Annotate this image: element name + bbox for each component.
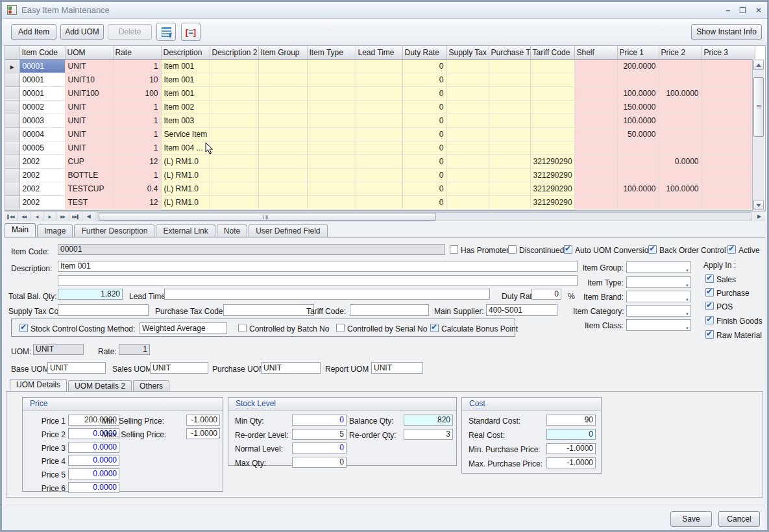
grid-cell[interactable] xyxy=(210,100,258,114)
grid-cell[interactable]: 2002 xyxy=(19,182,65,195)
grid-cell[interactable] xyxy=(702,100,755,114)
discontinued-checkbox[interactable]: ✔ xyxy=(508,245,517,254)
report-button[interactable]: [≡] xyxy=(181,23,201,41)
grid-cell[interactable]: 10 xyxy=(113,73,161,86)
grid-cell[interactable] xyxy=(210,154,258,168)
stock-right-field[interactable]: 820 xyxy=(404,415,453,426)
grid-cell[interactable] xyxy=(307,59,356,73)
tab-image[interactable]: Image xyxy=(37,224,73,237)
apply-sales-checkbox[interactable]: ✔ xyxy=(705,274,714,283)
column-header-description-2[interactable]: Description 2 xyxy=(210,46,258,59)
grid-cell[interactable]: 00001 xyxy=(19,59,65,73)
cost-field[interactable]: 90 xyxy=(546,415,596,426)
grid-cell[interactable]: 1 xyxy=(113,59,161,73)
grid-cell[interactable]: TEST xyxy=(65,195,113,209)
item-category-dropdown[interactable]: ▼ xyxy=(626,305,691,317)
grid-cell[interactable]: 0 xyxy=(402,195,446,209)
description2-field[interactable] xyxy=(58,275,578,286)
grid-cell[interactable] xyxy=(659,59,702,73)
row-indicator[interactable] xyxy=(5,154,19,168)
grid-cell[interactable]: (L) RM1.0 xyxy=(161,195,210,209)
column-header-price-2[interactable]: Price 2 xyxy=(659,46,702,59)
grid-cell[interactable] xyxy=(307,182,356,195)
row-indicator[interactable] xyxy=(5,168,19,182)
close-icon[interactable]: ✕ xyxy=(755,6,762,15)
grid-cell[interactable] xyxy=(446,154,489,168)
apply-purchase-checkbox[interactable]: ✔ xyxy=(705,288,714,296)
column-header-description[interactable]: Description xyxy=(161,46,210,59)
apply-finish-goods-checkbox[interactable]: ✔ xyxy=(705,316,714,324)
column-header-rate[interactable]: Rate xyxy=(113,46,161,59)
column-header-lead-time[interactable]: Lead Time xyxy=(356,46,402,59)
active-checkbox[interactable]: ✔ xyxy=(727,245,736,254)
grid-cell[interactable] xyxy=(659,114,702,127)
grid-cell[interactable]: Item 001 xyxy=(161,59,210,73)
grid-cell[interactable] xyxy=(356,195,402,209)
item-type-dropdown[interactable]: ▼ xyxy=(626,276,691,288)
tab-further-description[interactable]: Further Description xyxy=(74,224,154,237)
grid-cell[interactable]: 0 xyxy=(402,182,446,195)
grid-cell[interactable] xyxy=(574,127,617,141)
stock-control-checkbox[interactable]: ✔ xyxy=(19,324,28,332)
grid-cell[interactable] xyxy=(446,86,489,100)
grid-cell[interactable] xyxy=(617,141,659,154)
grid-cell[interactable]: BOTTLE xyxy=(65,168,113,182)
grid-cell[interactable] xyxy=(307,100,356,114)
grid-cell[interactable]: 0 xyxy=(402,154,446,168)
horizontal-scroll-thumb[interactable] xyxy=(99,213,436,221)
column-header-purchase-t[interactable]: Purchase T... xyxy=(489,46,530,59)
grid-cell[interactable]: 1 xyxy=(113,114,161,127)
grid-cell[interactable]: (L) RM1.0 xyxy=(161,154,210,168)
grid-cell[interactable]: 0 xyxy=(402,59,446,73)
cost-field[interactable]: -1.0000 xyxy=(546,457,596,468)
grid-cell[interactable] xyxy=(356,100,402,114)
grid-vertical-scrollbar[interactable] xyxy=(752,59,764,211)
row-indicator[interactable] xyxy=(5,73,19,86)
grid-cell[interactable]: 0 xyxy=(402,168,446,182)
grid-cell[interactable] xyxy=(307,73,356,86)
grid-cell[interactable] xyxy=(446,73,489,86)
grid-cell[interactable] xyxy=(702,86,755,100)
nav-next-icon[interactable]: ▶ xyxy=(43,212,56,221)
column-header-duty-rate[interactable]: Duty Rate xyxy=(402,46,446,59)
grid-cell[interactable] xyxy=(659,100,702,114)
grid-cell[interactable] xyxy=(702,127,755,141)
grid-cell[interactable]: UNIT xyxy=(65,100,113,114)
column-header-supply-tax[interactable]: Supply Tax ... xyxy=(446,46,489,59)
apply-raw-material-checkbox[interactable]: ✔ xyxy=(705,330,714,339)
base-uom-dropdown[interactable]: UNIT xyxy=(47,362,106,374)
grid-cell[interactable] xyxy=(530,86,574,100)
grid-cell[interactable] xyxy=(356,73,402,86)
selling-price-field[interactable]: -1.0000 xyxy=(186,428,220,439)
grid-cell[interactable] xyxy=(258,114,307,127)
grid-cell[interactable]: 321290290 xyxy=(530,195,574,209)
grid-cell[interactable]: 100.0000 xyxy=(659,86,702,100)
grid-cell[interactable] xyxy=(356,168,402,182)
price-field[interactable]: 0.0000 xyxy=(68,468,119,479)
grid-cell[interactable]: 0 xyxy=(402,141,446,154)
grid-cell[interactable]: Item 001 xyxy=(161,86,210,100)
grid-cell[interactable] xyxy=(702,114,755,127)
grid-cell[interactable] xyxy=(702,154,755,168)
grid-cell[interactable] xyxy=(446,59,489,73)
column-header-item-group[interactable]: Item Group xyxy=(258,46,307,59)
grid-cell[interactable] xyxy=(574,168,617,182)
row-indicator[interactable] xyxy=(5,195,19,209)
grid-cell[interactable]: 2002 xyxy=(19,195,65,209)
grid-cell[interactable] xyxy=(489,168,530,182)
has-promoter-checkbox[interactable]: ✔ xyxy=(450,245,458,254)
nav-prev-page-icon[interactable]: ◀◀ xyxy=(18,212,31,221)
grid-cell[interactable]: UNIT10 xyxy=(65,73,113,86)
grid-cell[interactable]: UNIT xyxy=(65,114,113,127)
grid-cell[interactable] xyxy=(489,154,530,168)
nav-next-page-icon[interactable]: ▶▶ xyxy=(56,212,69,221)
supply-tax-dropdown[interactable] xyxy=(58,304,149,316)
cost-field[interactable]: -1.0000 xyxy=(546,443,596,454)
stock-right-field[interactable]: 3 xyxy=(404,429,453,440)
scroll-right-icon[interactable]: ▶ xyxy=(753,212,766,221)
grid-cell[interactable] xyxy=(356,114,402,127)
grid-cell[interactable] xyxy=(659,127,702,141)
grid-cell[interactable]: 1 xyxy=(113,100,161,114)
grid-cell[interactable]: 00005 xyxy=(19,141,65,154)
grid-cell[interactable]: TESTCUP xyxy=(65,182,113,195)
